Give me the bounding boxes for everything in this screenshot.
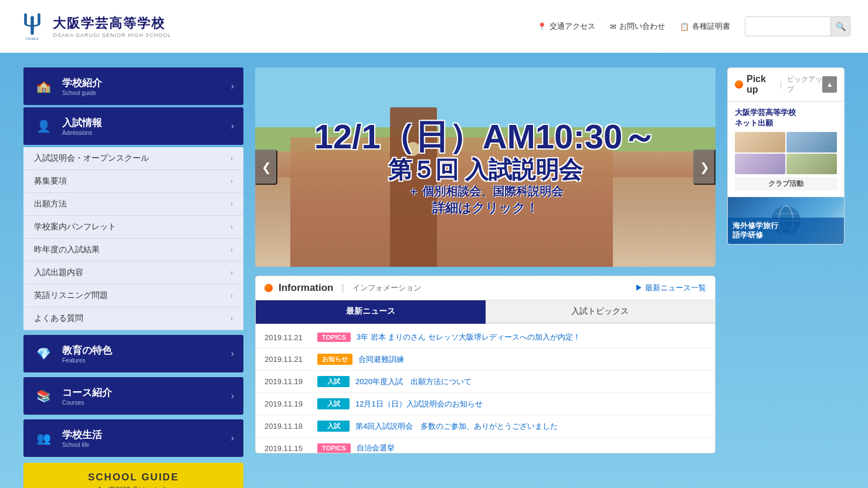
info-section: Information | インフォメーション ▶ 最新ニュース一覧 最新ニュー… (255, 276, 716, 453)
news-link-1[interactable]: 3年 岩本 まりのさん セレッソ大阪堺レディースへの加入が内定！ (357, 332, 581, 343)
pickup-up-button[interactable]: ▲ (822, 76, 837, 93)
news-row-5: 2019.11.18 入試 第4回入試説明会 多数のご参加、ありがとうございまし… (256, 415, 715, 438)
chevron-right-icon: › (231, 81, 234, 92)
tab-latest-news[interactable]: 最新ニュース (256, 300, 486, 324)
slider-title: 第５回 入試説明会 (314, 155, 656, 183)
main-content: 🏫 学校紹介 School guide › 👤 入試情報 Admissions (0, 53, 868, 488)
sidebar-sub-exam-content[interactable]: 入試出題内容 › (23, 262, 243, 284)
contact-link[interactable]: ✉ お問い合わせ (610, 21, 665, 32)
pickup-img-2 (786, 132, 837, 152)
news-date-1: 2019.11.21 (265, 333, 311, 342)
chevron-right-icon: › (231, 391, 234, 401)
news-date-3: 2019.11.19 (265, 377, 311, 386)
hero-slider: 12/1（日）AM10:30～ 第５回 入試説明会 ＋ 個別相談会、国際科説明会… (255, 67, 716, 267)
next-arrow-icon: ❯ (700, 160, 710, 174)
news-date-2: 2019.11.21 (265, 355, 311, 364)
pickup-card-net-application[interactable]: 大阪学芸高等学校ネット出願 クラブ活動 (728, 101, 844, 197)
sidebar-sub-listening[interactable]: 英語リスニング問題 › (23, 284, 243, 307)
news-list-link[interactable]: ▶ 最新ニュース一覧 (635, 283, 706, 293)
pickup-card-overseas[interactable]: 海外修学旅行語学研修 (728, 197, 844, 244)
sidebar-sub-past-results[interactable]: 昨年度の入試結果 › (23, 239, 243, 262)
sidebar-sub-faq[interactable]: よくある質問 › (23, 307, 243, 330)
slider-next-button[interactable]: ❯ (693, 150, 716, 185)
news-badge-1: TOPICS (317, 333, 351, 342)
header: OSAKA 大阪学芸高等学校 OSAKA GARUGI SENIOR HIGH … (0, 0, 868, 53)
sidebar: 🏫 学校紹介 School guide › 👤 入試情報 Admissions (23, 67, 243, 488)
search-input[interactable] (745, 17, 830, 36)
school-guide-btn-sub: ▶ 資料請求はこちら (32, 485, 235, 488)
sidebar-item-admissions[interactable]: 👤 入試情報 Admissions › (23, 107, 243, 145)
logo-area[interactable]: OSAKA 大阪学芸高等学校 OSAKA GARUGI SENIOR HIGH … (18, 11, 171, 43)
svg-rect-1 (24, 13, 27, 25)
sub-arrow-icon: › (230, 200, 233, 208)
overseas-image: 海外修学旅行語学研修 (728, 197, 844, 244)
access-label: 交通アクセス (550, 21, 595, 32)
sidebar-item-features[interactable]: 💎 教育の特色 Features › (23, 335, 243, 372)
pickup-title: Pick up (747, 74, 775, 95)
school-name-en: OSAKA GARUGI SENIOR HIGH SCHOOL (53, 32, 171, 38)
pickup-club-label: クラブ活動 (735, 177, 837, 191)
admissions-submenu: 入試説明会・オープンスクール › 募集要項 › 出願方法 › 学校案内パンフレッ… (23, 147, 243, 330)
logo-text: 大阪学芸高等学校 OSAKA GARUGI SENIOR HIGH SCHOOL (53, 15, 171, 38)
news-badge-6: TOPICS (317, 443, 351, 453)
news-row-3: 2019.11.19 入試 2020年度入試 出願方法について (256, 371, 715, 393)
sidebar-item-school-guide[interactable]: 🏫 学校紹介 School guide › (23, 67, 243, 105)
courses-label-jp: コース紹介 (62, 386, 112, 399)
slider-prev-button[interactable]: ❮ (255, 150, 277, 185)
info-tabs: 最新ニュース 入試トピックス (256, 300, 715, 324)
school-life-label-en: School life (62, 442, 102, 448)
news-date-4: 2019.11.19 (265, 399, 311, 408)
school-name-jp: 大阪学芸高等学校 (53, 15, 171, 32)
location-icon: 📍 (537, 22, 547, 31)
search-button[interactable]: 🔍 (830, 17, 850, 36)
features-label-en: Features (62, 357, 112, 364)
info-subtitle: インフォメーション (352, 283, 421, 293)
sub-arrow-icon: › (230, 269, 233, 277)
sidebar-sub-requirements[interactable]: 募集要項 › (23, 170, 243, 193)
mail-icon: ✉ (610, 22, 616, 31)
chevron-right-icon: › (231, 348, 234, 359)
news-row-6: 2019.11.15 TOPICS 自治会選挙 (256, 438, 715, 453)
news-row-4: 2019.11.19 入試 12月1日（日）入試説明会のお知らせ (256, 393, 715, 415)
tab-exam-topics[interactable]: 入試トピックス (486, 300, 716, 324)
news-badge-2: お知らせ (317, 354, 352, 365)
news-badge-4: 入試 (317, 398, 350, 409)
access-link[interactable]: 📍 交通アクセス (537, 21, 595, 32)
pickup-img-1 (735, 132, 785, 152)
chevron-right-icon: › (231, 433, 234, 443)
svg-text:OSAKA: OSAKA (26, 36, 39, 40)
courses-label-en: Courses (62, 399, 112, 406)
school-life-icon: 👥 (33, 428, 54, 449)
news-link-4[interactable]: 12月1日（日）入試説明会のお知らせ (355, 399, 483, 409)
sidebar-item-courses[interactable]: 📚 コース紹介 Courses › (23, 377, 243, 415)
certificate-label: 各種証明書 (692, 21, 730, 32)
orange-dot-pickup-icon (735, 80, 743, 89)
pickup-img-3 (735, 154, 785, 174)
doc-icon: 📋 (680, 22, 689, 31)
features-icon: 💎 (33, 343, 54, 364)
news-link-6[interactable]: 自治会選挙 (357, 443, 395, 453)
sidebar-sub-application[interactable]: 出願方法 › (23, 193, 243, 216)
school-guide-download-button[interactable]: SCHOOL GUIDE ▶ 資料請求はこちら (23, 463, 243, 488)
prev-arrow-icon: ❮ (262, 160, 272, 174)
news-link-2[interactable]: 合同避難訓練 (358, 354, 404, 365)
certificate-link[interactable]: 📋 各種証明書 (680, 21, 730, 32)
pickup-img-4 (786, 154, 837, 174)
center-content: 12/1（日）AM10:30～ 第５回 入試説明会 ＋ 個別相談会、国際科説明会… (255, 67, 716, 453)
svg-rect-2 (38, 13, 40, 25)
info-header: Information | インフォメーション ▶ 最新ニュース一覧 (256, 276, 715, 300)
slider-date: 12/1（日）AM10:30～ (314, 118, 656, 155)
news-row-1: 2019.11.21 TOPICS 3年 岩本 まりのさん セレッソ大阪堺レディ… (256, 327, 715, 348)
slider-text-overlay[interactable]: 12/1（日）AM10:30～ 第５回 入試説明会 ＋ 個別相談会、国際科説明会… (314, 118, 656, 217)
sidebar-sub-pamphlet[interactable]: 学校案内パンフレット › (23, 216, 243, 239)
sub-arrow-icon: › (230, 292, 233, 300)
sub-arrow-icon: › (230, 314, 233, 323)
sidebar-sub-open-school[interactable]: 入試説明会・オープンスクール › (23, 147, 243, 170)
news-link-3[interactable]: 2020年度入試 出願方法について (355, 377, 472, 387)
school-logo-icon: OSAKA (18, 11, 47, 43)
slider-subtitle: ＋ 個別相談会、国際科説明会 (314, 183, 656, 199)
news-row-2: 2019.11.21 お知らせ 合同避難訓練 (256, 348, 715, 371)
news-link-5[interactable]: 第4回入試説明会 多数のご参加、ありがとうございました (355, 421, 558, 432)
features-label-jp: 教育の特色 (62, 344, 112, 357)
sidebar-item-school-life[interactable]: 👥 学校生活 School life › (23, 419, 243, 457)
